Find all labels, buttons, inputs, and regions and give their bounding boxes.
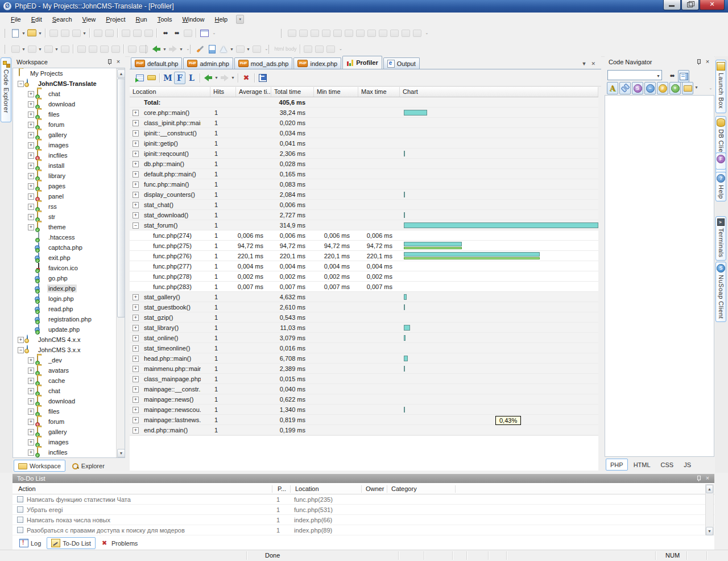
tab-to-do-list[interactable]: To-Do List (47, 537, 96, 549)
tab-f-circle[interactable]: F (715, 152, 726, 170)
sort-alpha-icon[interactable] (607, 82, 618, 94)
menu-window[interactable]: Window (177, 14, 209, 24)
tree-item-index-php[interactable]: ✓index.php (13, 283, 125, 294)
expand-icon[interactable]: + (28, 214, 34, 220)
tab-list-icon[interactable]: ▼ (582, 61, 587, 67)
expand-icon[interactable]: + (133, 315, 139, 321)
find-icon[interactable] (160, 27, 170, 39)
expand-icon[interactable]: + (28, 204, 34, 210)
toolbar-overflow-icon[interactable]: ▾ (236, 15, 244, 24)
expand-icon[interactable]: + (133, 151, 139, 157)
column-header-location[interactable]: Location (294, 484, 319, 494)
tree-item-htaccess[interactable]: ✓.htaccess (13, 232, 125, 242)
public-icon[interactable] (669, 82, 681, 94)
expand-icon[interactable]: + (133, 141, 139, 147)
column-header-total-time[interactable]: Total time (271, 87, 314, 97)
column-header-p[interactable]: P... (276, 484, 286, 494)
tree-item-download[interactable]: +✓download (13, 396, 125, 406)
open-folder-icon[interactable] (27, 27, 37, 39)
find-in-files-icon[interactable] (171, 27, 181, 39)
tab-log[interactable]: Log (15, 537, 46, 549)
expand-icon[interactable]: + (133, 202, 139, 208)
expand-icon[interactable]: + (133, 427, 139, 434)
tree-item-johncms-4-x-x[interactable]: +JohnCMS 4.x.x (13, 335, 125, 345)
tree-item-captcha-php[interactable]: ✓captcha.php (13, 242, 125, 253)
menu-file[interactable]: File (6, 14, 26, 24)
expand-icon[interactable]: + (28, 409, 34, 415)
editor-tab-output[interactable]: Output (383, 57, 420, 69)
expand-icon[interactable]: + (28, 112, 34, 118)
profiler-row-ipinit-getip[interactable]: +ipinit::getip()10,041 ms (130, 138, 598, 148)
symbol-search-input[interactable]: ▼ (607, 70, 662, 80)
scroll-up-icon[interactable]: ▲ (117, 69, 125, 78)
profiler-row-func-php-277[interactable]: func.php(277)10,004 ms0,004 ms0,004 ms0,… (130, 261, 598, 271)
dropdown-arrow-icon[interactable]: ▼ (694, 82, 699, 92)
expand-icon[interactable]: + (133, 325, 139, 331)
tree-item-johncms-3-x-x[interactable]: −JohnCMS 3.x.x (13, 345, 125, 355)
expand-icon[interactable]: + (133, 417, 139, 423)
expand-icon[interactable]: + (28, 439, 34, 446)
dropdown-arrow-icon[interactable]: ▼ (229, 44, 234, 54)
expand-icon[interactable]: + (133, 397, 139, 403)
expand-icon[interactable]: + (28, 388, 34, 394)
back-icon[interactable] (151, 43, 162, 55)
tree-item-chat[interactable]: +✓chat (13, 386, 125, 396)
expand-icon[interactable]: + (28, 378, 34, 384)
tab-help[interactable]: ?Help (715, 172, 726, 201)
expand-icon[interactable]: + (28, 419, 34, 425)
toolbar-overflow-icon[interactable]: ⌄ (212, 28, 217, 38)
back-icon[interactable] (203, 72, 213, 84)
close-button[interactable]: ✕ (700, 0, 725, 10)
profiler-row-stat-forum[interactable]: −stat_forum()1314,9 ms (130, 220, 598, 230)
todo-row[interactable]: Разобраться с правами доступа к поиску д… (13, 525, 714, 535)
expand-icon[interactable]: + (18, 337, 24, 343)
tree-item-forum[interactable]: +✓forum (13, 119, 125, 130)
expand-icon[interactable]: + (133, 304, 139, 311)
column-header-action[interactable]: Action (17, 484, 36, 494)
constant-icon[interactable] (657, 82, 668, 94)
profiler-row-default-php-main[interactable]: +default.php::main()10,165 ms (130, 169, 598, 179)
profiler-row-stat-library[interactable]: +stat_library()111,03 ms (130, 323, 598, 333)
close-icon[interactable]: × (704, 475, 711, 482)
profiler-row-mainpage-news[interactable]: +mainpage::news()10,622 ms (130, 394, 598, 405)
expand-icon[interactable]: + (28, 122, 34, 128)
tree-item-dev[interactable]: +✓_dev (13, 355, 125, 365)
tree-item-johncms-translate[interactable]: −JohnCMS-Translate (13, 79, 125, 89)
todo-row[interactable]: Написать функцию статистики Чата1func.ph… (13, 494, 714, 505)
tree-item-rss[interactable]: +✓rss (13, 201, 125, 212)
save-report-icon[interactable] (258, 72, 268, 84)
expand-icon[interactable]: + (133, 182, 139, 188)
expand-icon[interactable]: + (28, 173, 34, 179)
view-list-icon[interactable] (678, 70, 689, 82)
dropdown-arrow-icon[interactable]: ▼ (162, 44, 167, 54)
profiler-row-db-php-main[interactable]: +db.php::main()10,028 ms (130, 159, 598, 169)
profiler-row-mainmenu-php-main[interactable]: +mainmenu.php::main()12,389 ms (130, 364, 598, 374)
expand-icon[interactable]: + (28, 163, 34, 169)
tree-item-registration-php[interactable]: ✓registration.php (13, 314, 125, 324)
todo-row[interactable]: Написать показ числа новых1index.php(66) (13, 515, 714, 525)
pin-icon[interactable] (106, 59, 113, 65)
expand-icon[interactable]: + (133, 212, 139, 218)
link-icon[interactable] (619, 82, 631, 94)
tree-item-panel[interactable]: +!panel (13, 191, 125, 201)
close-icon[interactable]: × (115, 59, 122, 65)
column-header-location[interactable]: Location (130, 87, 210, 97)
expand-icon[interactable]: + (133, 366, 139, 372)
tree-item-avatars[interactable]: +✓avatars (13, 365, 125, 376)
expand-icon[interactable]: + (133, 171, 139, 178)
column-header-owner[interactable]: Owner (365, 484, 384, 494)
profiler-row-mainpage-newscou[interactable]: +mainpage::newscou...11,340 ms (130, 405, 598, 415)
dropdown-arrow-icon[interactable]: ▼ (38, 28, 43, 38)
pin-icon[interactable] (695, 59, 702, 65)
profiler-row-display-counters[interactable]: +display_counters()12,084 ms (130, 189, 598, 200)
profiler-row-func-php-main[interactable]: +func.php::main()10,083 ms (130, 179, 598, 189)
dropdown-arrow-icon[interactable]: ▼ (21, 28, 26, 38)
column-header-category[interactable]: Category (390, 484, 417, 494)
profiler-row-stat-download[interactable]: +stat_download()12,727 ms (130, 210, 598, 220)
private-icon[interactable] (644, 82, 656, 94)
collapse-icon[interactable]: − (18, 81, 24, 87)
expand-icon[interactable]: + (133, 376, 139, 382)
expand-icon[interactable]: + (28, 368, 34, 374)
column-header-min-time[interactable]: Min time (314, 87, 358, 97)
profiler-row-class-ipinit-php-main[interactable]: +class_ipinit.php::main()10,020 ms (130, 118, 598, 128)
